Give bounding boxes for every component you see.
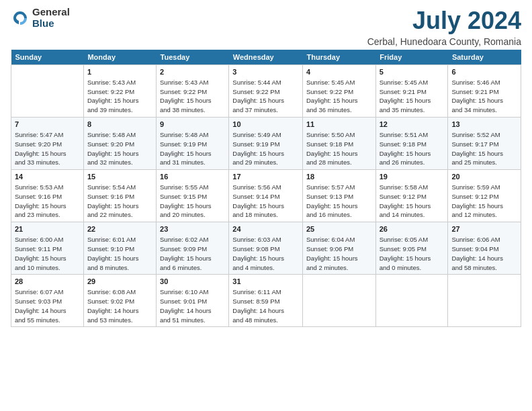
- day-number: 2: [160, 67, 225, 77]
- day-info: Sunrise: 5:57 AM Sunset: 9:13 PM Dayligh…: [306, 183, 358, 218]
- day-number: 9: [160, 120, 225, 130]
- day-number: 18: [306, 172, 372, 182]
- week-row-4: 21Sunrise: 6:00 AM Sunset: 9:11 PM Dayli…: [11, 222, 521, 275]
- day-info: Sunrise: 5:56 AM Sunset: 9:14 PM Dayligh…: [232, 183, 284, 218]
- day-info: Sunrise: 6:10 AM Sunset: 9:01 PM Dayligh…: [160, 288, 212, 323]
- day-number: 10: [232, 120, 299, 130]
- day-number: 8: [87, 120, 152, 130]
- day-number: 16: [160, 172, 225, 182]
- day-number: 26: [380, 224, 445, 234]
- day-number: 31: [232, 277, 299, 287]
- day-info: Sunrise: 5:48 AM Sunset: 9:20 PM Dayligh…: [87, 131, 139, 166]
- calendar-cell: 26Sunrise: 6:05 AM Sunset: 9:05 PM Dayli…: [375, 222, 448, 275]
- day-info: Sunrise: 6:01 AM Sunset: 9:10 PM Dayligh…: [87, 236, 139, 271]
- calendar-cell: 18Sunrise: 5:57 AM Sunset: 9:13 PM Dayli…: [303, 170, 376, 222]
- calendar-cell: 30Sunrise: 6:10 AM Sunset: 9:01 PM Dayli…: [157, 275, 229, 327]
- day-number: 28: [15, 277, 80, 287]
- day-info: Sunrise: 6:06 AM Sunset: 9:04 PM Dayligh…: [451, 236, 503, 271]
- calendar-cell: 15Sunrise: 5:54 AM Sunset: 9:16 PM Dayli…: [83, 170, 156, 222]
- calendar-cell: 1Sunrise: 5:43 AM Sunset: 9:22 PM Daylig…: [83, 65, 156, 118]
- calendar-cell: 8Sunrise: 5:48 AM Sunset: 9:20 PM Daylig…: [83, 118, 156, 170]
- calendar-header-row: SundayMondayTuesdayWednesdayThursdayFrid…: [11, 50, 521, 65]
- calendar-cell: 20Sunrise: 5:59 AM Sunset: 9:12 PM Dayli…: [448, 170, 521, 222]
- week-row-5: 28Sunrise: 6:07 AM Sunset: 9:03 PM Dayli…: [11, 275, 521, 327]
- day-info: Sunrise: 5:43 AM Sunset: 9:22 PM Dayligh…: [160, 79, 212, 113]
- month-title: July 2024: [367, 7, 521, 35]
- calendar-cell: [303, 275, 376, 327]
- day-number: 13: [451, 120, 517, 130]
- day-info: Sunrise: 5:45 AM Sunset: 9:21 PM Dayligh…: [380, 79, 431, 113]
- header: General Blue July 2024 Cerbal, Hunedoara…: [11, 7, 521, 47]
- day-info: Sunrise: 6:08 AM Sunset: 9:02 PM Dayligh…: [87, 288, 139, 323]
- day-info: Sunrise: 6:02 AM Sunset: 9:09 PM Dayligh…: [160, 236, 212, 271]
- day-number: 14: [15, 172, 80, 182]
- week-row-2: 7Sunrise: 5:47 AM Sunset: 9:20 PM Daylig…: [11, 118, 521, 170]
- calendar-cell: [11, 65, 84, 118]
- day-info: Sunrise: 5:46 AM Sunset: 9:21 PM Dayligh…: [451, 79, 503, 113]
- day-info: Sunrise: 6:00 AM Sunset: 9:11 PM Dayligh…: [15, 236, 66, 271]
- calendar-table: SundayMondayTuesdayWednesdayThursdayFrid…: [11, 50, 521, 327]
- day-info: Sunrise: 5:44 AM Sunset: 9:22 PM Dayligh…: [232, 79, 284, 113]
- calendar-cell: 6Sunrise: 5:46 AM Sunset: 9:21 PM Daylig…: [448, 65, 521, 118]
- day-number: 22: [87, 224, 152, 234]
- calendar-cell: 24Sunrise: 6:03 AM Sunset: 9:08 PM Dayli…: [229, 222, 303, 275]
- calendar-cell: 12Sunrise: 5:51 AM Sunset: 9:18 PM Dayli…: [375, 118, 448, 170]
- day-info: Sunrise: 5:50 AM Sunset: 9:18 PM Dayligh…: [306, 131, 358, 166]
- day-number: 27: [451, 224, 517, 234]
- col-header-thursday: Thursday: [303, 50, 376, 65]
- day-info: Sunrise: 6:03 AM Sunset: 9:08 PM Dayligh…: [232, 236, 284, 271]
- day-number: 7: [15, 120, 80, 130]
- day-info: Sunrise: 6:05 AM Sunset: 9:05 PM Dayligh…: [380, 236, 431, 271]
- day-number: 12: [380, 120, 445, 130]
- day-info: Sunrise: 5:43 AM Sunset: 9:22 PM Dayligh…: [87, 79, 139, 113]
- calendar-cell: 27Sunrise: 6:06 AM Sunset: 9:04 PM Dayli…: [448, 222, 521, 275]
- logo-blue-text: Blue: [32, 18, 70, 30]
- day-number: 24: [232, 224, 299, 234]
- day-info: Sunrise: 6:11 AM Sunset: 8:59 PM Dayligh…: [232, 288, 284, 323]
- day-number: 17: [232, 172, 299, 182]
- day-info: Sunrise: 5:51 AM Sunset: 9:18 PM Dayligh…: [380, 131, 431, 166]
- calendar-cell: 31Sunrise: 6:11 AM Sunset: 8:59 PM Dayli…: [229, 275, 303, 327]
- day-number: 25: [306, 224, 372, 234]
- day-info: Sunrise: 5:52 AM Sunset: 9:17 PM Dayligh…: [451, 131, 503, 166]
- logo: General Blue: [11, 7, 70, 29]
- col-header-wednesday: Wednesday: [229, 50, 303, 65]
- calendar-cell: 7Sunrise: 5:47 AM Sunset: 9:20 PM Daylig…: [11, 118, 84, 170]
- day-number: 29: [87, 277, 152, 287]
- location-title: Cerbal, Hunedoara County, Romania: [367, 36, 521, 47]
- page-container: General Blue July 2024 Cerbal, Hunedoara…: [0, 0, 532, 334]
- calendar-cell: [448, 275, 521, 327]
- day-info: Sunrise: 5:45 AM Sunset: 9:22 PM Dayligh…: [306, 79, 358, 113]
- calendar-cell: 22Sunrise: 6:01 AM Sunset: 9:10 PM Dayli…: [83, 222, 156, 275]
- calendar-cell: 23Sunrise: 6:02 AM Sunset: 9:09 PM Dayli…: [157, 222, 229, 275]
- week-row-3: 14Sunrise: 5:53 AM Sunset: 9:16 PM Dayli…: [11, 170, 521, 222]
- col-header-friday: Friday: [375, 50, 448, 65]
- col-header-tuesday: Tuesday: [157, 50, 229, 65]
- logo-icon: [11, 9, 30, 28]
- calendar-cell: 29Sunrise: 6:08 AM Sunset: 9:02 PM Dayli…: [83, 275, 156, 327]
- day-number: 21: [15, 224, 80, 234]
- day-info: Sunrise: 5:48 AM Sunset: 9:19 PM Dayligh…: [160, 131, 212, 166]
- calendar-cell: 13Sunrise: 5:52 AM Sunset: 9:17 PM Dayli…: [448, 118, 521, 170]
- day-info: Sunrise: 5:59 AM Sunset: 9:12 PM Dayligh…: [451, 183, 503, 218]
- calendar-cell: 11Sunrise: 5:50 AM Sunset: 9:18 PM Dayli…: [303, 118, 376, 170]
- day-number: 20: [451, 172, 517, 182]
- day-number: 23: [160, 224, 225, 234]
- calendar-cell: 14Sunrise: 5:53 AM Sunset: 9:16 PM Dayli…: [11, 170, 84, 222]
- day-info: Sunrise: 5:49 AM Sunset: 9:19 PM Dayligh…: [232, 131, 284, 166]
- day-number: 1: [87, 67, 152, 77]
- day-number: 30: [160, 277, 225, 287]
- calendar-cell: 3Sunrise: 5:44 AM Sunset: 9:22 PM Daylig…: [229, 65, 303, 118]
- day-number: 3: [232, 67, 299, 77]
- calendar-cell: 2Sunrise: 5:43 AM Sunset: 9:22 PM Daylig…: [157, 65, 229, 118]
- day-number: 6: [451, 67, 517, 77]
- week-row-1: 1Sunrise: 5:43 AM Sunset: 9:22 PM Daylig…: [11, 65, 521, 118]
- day-number: 4: [306, 67, 372, 77]
- day-info: Sunrise: 5:54 AM Sunset: 9:16 PM Dayligh…: [87, 183, 139, 218]
- calendar-cell: [375, 275, 448, 327]
- day-info: Sunrise: 5:47 AM Sunset: 9:20 PM Dayligh…: [15, 131, 66, 166]
- day-number: 11: [306, 120, 372, 130]
- day-info: Sunrise: 6:04 AM Sunset: 9:06 PM Dayligh…: [306, 236, 358, 271]
- calendar-cell: 17Sunrise: 5:56 AM Sunset: 9:14 PM Dayli…: [229, 170, 303, 222]
- day-info: Sunrise: 6:07 AM Sunset: 9:03 PM Dayligh…: [15, 288, 66, 323]
